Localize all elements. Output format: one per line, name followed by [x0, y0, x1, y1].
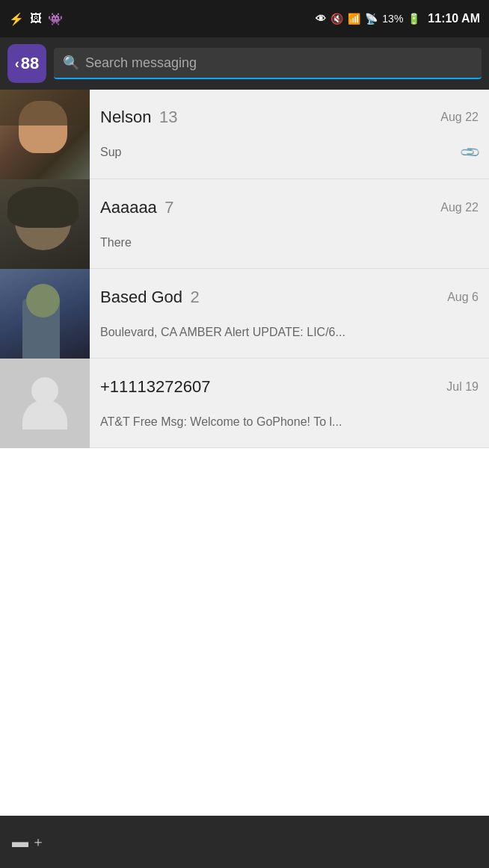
app-badge: ‹ 88: [7, 44, 46, 83]
status-right-icons: 👁 🔇 📶 📡 13% 🔋 11:10 AM: [316, 12, 480, 25]
search-icon: 🔍: [63, 55, 79, 71]
avatar-nelson: [0, 90, 90, 179]
message-preview-phone: AT&T Free Msg: Welcome to GoPhone! To l.…: [100, 415, 479, 429]
message-preview-aaaaaa: There: [100, 236, 479, 249]
bottom-bar: ▬ ＋: [0, 816, 489, 868]
contact-name-based-god: Based God 2: [100, 288, 200, 307]
message-content-based-god: Based God 2 Aug 6 Boulevard, CA AMBER Al…: [90, 269, 489, 358]
message-header-aaaaaa: Aaaaaa 7 Aug 22: [100, 198, 479, 217]
contact-name-aaaaaa: Aaaaaa 7: [100, 198, 174, 217]
mute-icon: 🔇: [330, 13, 343, 25]
person-silhouette: [19, 377, 71, 430]
message-header-phone: +11113272607 Jul 19: [100, 377, 479, 397]
app-header: ‹ 88 🔍 Search messaging: [0, 37, 489, 90]
contact-name-phone: +11113272607: [100, 377, 215, 397]
time-display: 11:10 AM: [428, 12, 480, 25]
compose-plus-icon: ＋: [31, 833, 45, 851]
status-left-icons: ⚡ 🖼 👾: [9, 12, 63, 26]
status-bar: ⚡ 🖼 👾 👁 🔇 📶 📡 13% 🔋 11:10 AM: [0, 0, 489, 37]
search-bar[interactable]: 🔍 Search messaging: [54, 48, 482, 79]
search-placeholder: Search messaging: [85, 55, 197, 71]
message-content-aaaaaa: Aaaaaa 7 Aug 22 There: [90, 179, 489, 268]
badge-number: 88: [21, 54, 39, 73]
avatar-unknown-bg: [0, 359, 90, 448]
message-item-phone[interactable]: +11113272607 Jul 19 AT&T Free Msg: Welco…: [0, 359, 489, 448]
battery-icon: 🔋: [408, 13, 420, 25]
message-preview-based-god: Boulevard, CA AMBER Alert UPDATE: LIC/6.…: [100, 326, 479, 339]
signal-icon: 📡: [365, 13, 378, 25]
eye-icon: 👁: [316, 13, 326, 25]
avatar-phone: [0, 359, 90, 448]
person-body: [22, 400, 67, 430]
usb-icon: ⚡: [9, 12, 24, 26]
battery-percentage: 13%: [382, 13, 403, 25]
compose-button[interactable]: ▬ ＋: [12, 832, 45, 852]
avatar-based-god: [0, 269, 90, 359]
avatar-aaaaaa: [0, 179, 90, 269]
contact-name-nelson: Nelson 13: [100, 108, 177, 127]
twitch-icon: 👾: [48, 12, 63, 26]
message-content-phone: +11113272607 Jul 19 AT&T Free Msg: Welco…: [90, 359, 489, 447]
message-preview-nelson: Sup 📎: [100, 144, 479, 161]
message-content-nelson: Nelson 13 Aug 22 Sup 📎: [90, 90, 489, 179]
message-item-nelson[interactable]: Nelson 13 Aug 22 Sup 📎: [0, 90, 489, 179]
message-header-based-god: Based God 2 Aug 6: [100, 288, 479, 307]
wifi-icon: 📶: [348, 13, 360, 25]
empty-content-area: [0, 448, 489, 823]
message-header-nelson: Nelson 13 Aug 22: [100, 108, 479, 127]
image-icon: 🖼: [30, 12, 42, 25]
compose-icon: ▬: [12, 832, 28, 852]
attachment-icon: 📎: [458, 141, 482, 164]
message-item-aaaaaa[interactable]: Aaaaaa 7 Aug 22 There: [0, 179, 489, 269]
badge-arrow-left: ‹: [15, 56, 19, 72]
message-item-based-god[interactable]: Based God 2 Aug 6 Boulevard, CA AMBER Al…: [0, 269, 489, 359]
message-list: Nelson 13 Aug 22 Sup 📎 Aaaaaa 7 Aug 22: [0, 90, 489, 448]
